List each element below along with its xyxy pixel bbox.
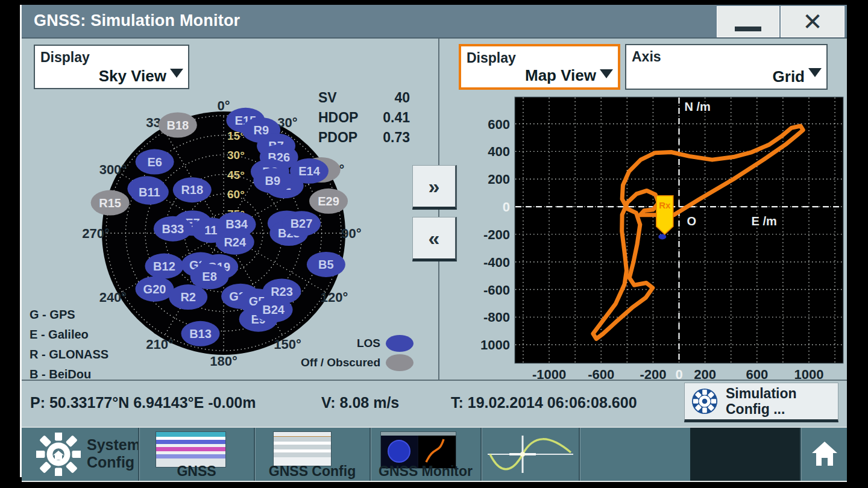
svg-text:300°: 300° [99,162,127,177]
taskbar-item-gnss-config[interactable]: GNSS Config [255,428,370,481]
taskbar-item-label: GNSS Monitor [371,463,480,480]
dropdown-value: Grid [773,67,805,86]
dop-row: HDOP0.41 [318,108,410,128]
satellite-state-legend: LOSOff / Obscured [263,334,414,372]
svg-text:240°: 240° [99,290,127,305]
taskbar-item-gnss[interactable]: GNSS [139,428,254,481]
legend-row: G - GPS [30,305,108,325]
minimize-button[interactable] [717,6,779,37]
svg-text:E /m: E /m [752,214,777,228]
svg-text:0: 0 [503,199,510,214]
taskbar-item-gnss-monitor[interactable]: GNSS Monitor [371,428,480,481]
svg-text:180°: 180° [210,354,237,369]
svg-text:E6: E6 [147,155,162,169]
window-title: GNSS: Simulation Monitor [34,11,240,30]
svg-text:45°: 45° [227,169,245,181]
dropdown-value: Sky View [99,67,166,86]
svg-text:B13: B13 [189,327,212,340]
dropdown-value: Map View [525,66,596,85]
gear-icon [36,433,81,476]
svg-text:600: 600 [746,367,768,380]
svg-text:270°: 270° [82,226,110,241]
taskbar: System Config GNSS [22,427,847,482]
svg-text:G20: G20 [143,283,166,296]
svg-text:1000: 1000 [794,367,823,380]
svg-text:-600: -600 [588,367,614,380]
taskbar-item-system-config[interactable]: System Config [22,428,138,481]
legend-row: E - Galileo [30,325,108,345]
fast-forward-button[interactable]: » [412,165,457,210]
taskbar-dark-slot [690,428,800,481]
svg-text:200: 200 [488,172,510,187]
svg-text:R23: R23 [271,285,293,298]
chevron-down-icon [600,69,613,78]
home-button[interactable] [801,428,847,481]
svg-text:-400: -400 [483,255,510,270]
state-color-dot [386,335,414,352]
chevron-down-icon [170,69,183,78]
taskbar-item-label: GNSS Config [255,463,370,480]
svg-text:N /m: N /m [685,100,711,113]
svg-text:E8: E8 [202,270,216,283]
svg-text:-200: -200 [483,227,510,242]
svg-text:90°: 90° [341,226,361,241]
display-dropdown-right[interactable]: Display Map View [459,44,620,90]
chevron-down-icon [808,68,822,77]
velocity-readout: V: 8.08 m/s [321,394,399,411]
system-config-label: System Config [87,436,140,471]
taskbar-empty-slot [580,428,690,481]
dropdown-label: Axis [632,49,661,65]
dop-stats: SV40HDOP0.41PDOP0.73 [318,88,410,148]
taskbar-item-waveform[interactable] [482,428,579,481]
svg-text:120°: 120° [321,290,348,305]
svg-text:200: 200 [694,367,716,380]
svg-text:0°: 0° [217,98,230,113]
svg-text:B12: B12 [153,260,175,273]
svg-text:-600: -600 [483,283,510,298]
dropdown-label: Display [467,50,516,66]
dropdown-label: Display [40,49,90,66]
svg-text:60°: 60° [227,188,245,201]
svg-text:B5: B5 [318,258,334,271]
svg-text:R15: R15 [99,196,121,210]
svg-text:R18: R18 [181,183,203,196]
dop-value: 0.41 [383,108,410,128]
display-dropdown-left[interactable]: Display Sky View [34,45,189,89]
home-icon [811,440,838,468]
time-readout: T: 19.02.2014 06:06:08.600 [451,394,637,411]
title-bar: GNSS: Simulation Monitor ✕ [22,5,847,39]
simulation-config-button[interactable]: Simulation Config ... [684,383,838,422]
svg-text:B27: B27 [291,217,313,230]
gnss-simulation-monitor-screen: GNSS: Simulation Monitor ✕ 15°30°45°60°7… [0,0,868,488]
svg-text:E29: E29 [318,195,339,208]
constellation-legend: G - GPSE - GalileoR - GLONASSB - BeiDou [30,305,108,384]
dop-label: SV [318,88,337,108]
svg-text:Rx: Rx [659,200,671,210]
svg-text:30°: 30° [277,115,297,130]
svg-text:-800: -800 [483,310,510,325]
svg-text:400: 400 [488,144,510,159]
dop-value: 40 [394,88,410,108]
axis-dropdown[interactable]: Axis Grid [625,44,828,90]
gear-icon [691,387,719,415]
dop-row: SV40 [318,88,410,108]
svg-text:-1000: -1000 [481,337,510,352]
map-plot: 6004002000-200-400-600-800-1000-1000-600… [481,94,856,380]
svg-text:-1000: -1000 [532,367,566,380]
svg-text:B33: B33 [162,222,184,236]
legend-row: R - GLONASS [30,345,108,364]
dop-label: HDOP [318,108,358,128]
svg-text:0: 0 [675,367,682,380]
rewind-button[interactable]: « [412,217,457,261]
position-readout: P: 50.33177°N 6.94143°E -0.00m [30,394,256,411]
taskbar-item-label: GNSS [139,463,254,480]
status-bar: P: 50.33177°N 6.94143°E -0.00m V: 8.08 m… [22,380,847,427]
waveform-icon [485,433,576,475]
svg-text:O: O [687,214,697,228]
state-legend-row: Off / Obscured [263,353,414,372]
instrument-screen: GNSS: Simulation Monitor ✕ 15°30°45°60°7… [20,5,847,477]
state-label: LOS [357,337,380,350]
close-button[interactable]: ✕ [781,6,844,37]
svg-text:11: 11 [204,224,217,237]
svg-text:R9: R9 [253,124,269,137]
